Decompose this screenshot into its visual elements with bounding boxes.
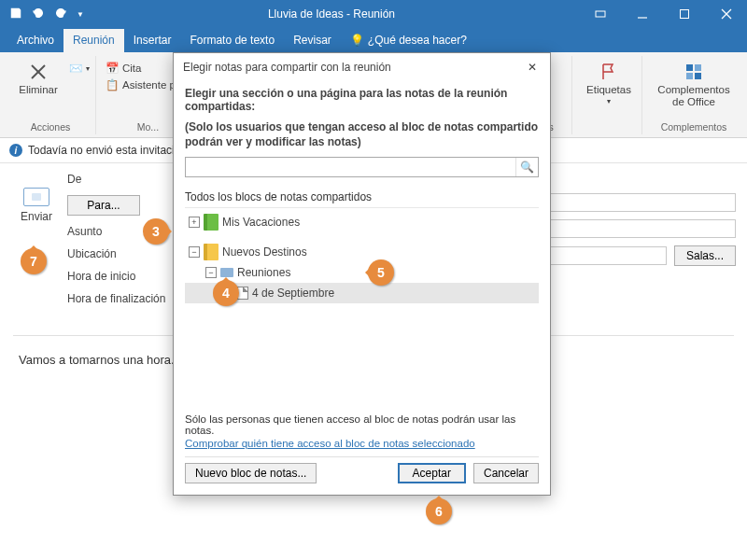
etiquetas-button[interactable]: Etiquetas▾ [582, 58, 636, 105]
svg-rect-10 [695, 73, 701, 79]
section-label: Reuniones [237, 266, 290, 279]
callout-5: 5 [368, 259, 394, 286]
save-icon[interactable] [9, 7, 22, 22]
new-notebook-button[interactable]: Nuevo bloc de notas... [185, 463, 317, 483]
eliminar-button[interactable]: Eliminar [11, 58, 65, 96]
from-label: De [67, 173, 179, 186]
send-icon [23, 188, 49, 206]
info-icon: i [9, 144, 22, 157]
location-label: Ubicación [67, 247, 179, 260]
dialog-title: Elegir notas para compartir con la reuni… [183, 61, 391, 74]
search-input[interactable] [186, 158, 515, 176]
page-label: 4 de Septiembre [252, 287, 334, 300]
flag-icon [599, 62, 619, 82]
scheduling-icon: 📋 [106, 78, 119, 91]
forward-icon: ✉️ [69, 62, 82, 75]
svg-rect-0 [596, 11, 605, 17]
check-access-link[interactable]: Comprobar quién tiene acceso al bloc de … [185, 438, 539, 456]
rooms-button[interactable]: Salas... [674, 245, 736, 266]
notebook-icon [204, 214, 218, 231]
complementos-button[interactable]: Complementos de Office [652, 58, 736, 107]
notebook-tree: + Mis Vacaciones − Nuevos Destinos − Reu… [185, 208, 539, 404]
ribbon-tabs: Archivo Reunión Insertar Formato de text… [0, 28, 747, 52]
dialog-note: (Solo los usuarios que tengan acceso al … [185, 120, 539, 149]
bulb-icon: 💡 [350, 34, 364, 47]
notebooks-header: Todos los blocs de notas compartidos [185, 185, 539, 208]
svg-rect-9 [686, 73, 693, 79]
tell-me-placeholder: ¿Qué desea hacer? [368, 34, 467, 47]
ok-button[interactable]: Aceptar [398, 463, 466, 483]
group-acciones: Eliminar ✉️▾ Acciones [6, 56, 96, 134]
tab-revisar[interactable]: Revisar [284, 29, 341, 52]
svg-rect-7 [686, 64, 693, 71]
dialog-search: 🔍 [185, 157, 539, 177]
notebook-icon [204, 244, 218, 260]
group-label-acciones: Acciones [31, 121, 71, 133]
end-time-label: Hora de finalización [67, 292, 179, 305]
cita-button[interactable]: 📅Cita [106, 62, 141, 75]
calendar-icon: 📅 [106, 62, 119, 75]
send-button[interactable]: Enviar [21, 210, 52, 223]
undo-icon[interactable] [32, 7, 45, 22]
notebook-item[interactable]: + Mis Vacaciones [185, 212, 539, 232]
group-label-mostrar: Mo... [137, 121, 159, 133]
svg-rect-8 [695, 64, 701, 71]
etiquetas-label: Etiquetas [586, 84, 631, 96]
dialog-close-icon[interactable]: ✕ [522, 57, 543, 77]
expander-icon[interactable]: − [189, 246, 200, 258]
tab-archivo[interactable]: Archivo [7, 29, 63, 52]
forward-button[interactable]: ✉️▾ [69, 62, 90, 75]
svg-rect-2 [680, 10, 688, 19]
dialog-subtitle: Elegir una sección o una página para las… [185, 87, 539, 113]
delete-icon [28, 62, 49, 82]
qat-dropdown-icon[interactable]: ▼ [77, 10, 84, 19]
tab-formato[interactable]: Formato de texto [180, 29, 284, 52]
callout-6: 6 [426, 498, 452, 525]
expander-icon[interactable]: − [205, 267, 217, 278]
to-button[interactable]: Para... [67, 195, 140, 216]
callout-4: 4 [213, 280, 239, 306]
tab-insertar[interactable]: Insertar [124, 29, 181, 52]
tab-reunion[interactable]: Reunión [63, 29, 124, 52]
start-time-label: Hora de inicio [67, 270, 179, 283]
ribbon-display-icon[interactable] [579, 0, 621, 28]
group-complementos: Complementos de Office Complementos [646, 56, 741, 134]
minimize-icon[interactable] [621, 0, 663, 28]
info-text: Todavía no envió esta invitaci... [28, 144, 184, 157]
notebook-label: Nuevos Destinos [222, 245, 307, 259]
group-label-complementos: Complementos [661, 121, 727, 133]
notebook-label: Mis Vacaciones [222, 216, 300, 229]
complementos-label: Complementos de Office [657, 84, 729, 107]
window-title: Lluvia de Ideas - Reunión [84, 7, 579, 21]
maximize-icon[interactable] [663, 0, 705, 28]
cancel-button[interactable]: Cancelar [473, 463, 539, 483]
access-text: Sólo las personas que tienen acceso al b… [185, 413, 539, 438]
notebook-item[interactable]: − Nuevos Destinos [185, 242, 539, 262]
close-icon[interactable] [705, 0, 747, 28]
quick-access-toolbar: ▼ [0, 7, 84, 22]
addins-icon [684, 62, 704, 82]
callout-3: 3 [143, 218, 169, 245]
group-etiquetas: Etiquetas▾ [576, 56, 642, 134]
callout-7: 7 [21, 248, 47, 274]
search-icon[interactable]: 🔍 [515, 158, 538, 176]
cita-label: Cita [122, 63, 141, 74]
title-bar: ▼ Lluvia de Ideas - Reunión [0, 0, 747, 28]
eliminar-label: Eliminar [19, 84, 58, 96]
tell-me[interactable]: 💡 ¿Qué desea hacer? [341, 29, 476, 52]
redo-icon[interactable] [54, 7, 67, 22]
expander-icon[interactable]: + [189, 217, 200, 228]
